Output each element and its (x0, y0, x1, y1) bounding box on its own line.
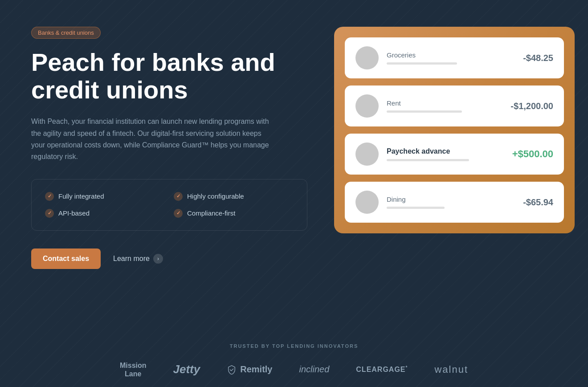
check-icon-2 (174, 192, 183, 201)
feature-item-2: Highly configurable (174, 192, 294, 201)
tx-amount-groceries: -$48.25 (523, 53, 553, 63)
features-box: Fully integrated Highly configurable API… (31, 179, 307, 231)
logo-inclined: inclined (299, 364, 329, 375)
learn-more-link[interactable]: Learn more › (113, 254, 163, 264)
contact-sales-button[interactable]: Contact sales (31, 248, 101, 269)
feature-label-2: Highly configurable (187, 192, 244, 200)
card-panel: Groceries -$48.25 Rent -$1,200.00 Payche… (334, 27, 575, 233)
feature-item-4: Compliance-first (174, 209, 294, 218)
tx-info-groceries: Groceries (387, 51, 515, 65)
hero-description: With Peach, your financial institution c… (31, 116, 272, 163)
tx-amount-dining: -$65.94 (523, 197, 553, 208)
tx-bar-paycheck (387, 159, 469, 161)
transaction-card-rent: Rent -$1,200.00 (345, 86, 564, 126)
transaction-card-dining: Dining -$65.94 (345, 182, 564, 223)
trusted-label: Trusted by top lending innovators (230, 343, 358, 349)
tx-avatar-dining (355, 191, 379, 214)
check-icon-1 (45, 192, 54, 201)
left-column: Banks & credit unions Peach for banks an… (31, 27, 307, 269)
tx-avatar-paycheck (355, 143, 379, 166)
tx-info-paycheck: Paycheck advance (387, 147, 504, 161)
logos-row: MissionLane Jetty Remitly inclined CLEAR… (120, 361, 468, 378)
tx-info-rent: Rent (387, 99, 502, 113)
logo-mission-lane: MissionLane (120, 361, 147, 378)
page-wrapper: Banks & credit unions Peach for banks an… (0, 0, 588, 387)
hero-title: Peach for banks and credit unions (31, 49, 307, 103)
tx-name-rent: Rent (387, 99, 502, 107)
logo-jetty: Jetty (173, 363, 200, 376)
learn-more-arrow-icon: › (153, 254, 163, 264)
trusted-section: Trusted by top lending innovators Missio… (0, 343, 588, 378)
feature-label-4: Compliance-first (187, 209, 235, 217)
remitly-shield-icon (227, 365, 237, 375)
tx-name-groceries: Groceries (387, 51, 515, 59)
tx-amount-rent: -$1,200.00 (510, 101, 553, 111)
cta-row: Contact sales Learn more › (31, 248, 307, 269)
feature-label-3: API-based (58, 209, 90, 217)
logo-walnut: walnut (434, 364, 468, 375)
tx-info-dining: Dining (387, 196, 515, 209)
tx-avatar-rent (355, 94, 379, 118)
feature-item-3: API-based (45, 209, 165, 218)
logo-cleargage: CLEARGAGE* (356, 365, 408, 374)
feature-item-1: Fully integrated (45, 192, 165, 201)
check-icon-4 (174, 209, 183, 218)
transaction-card-paycheck: Paycheck advance +$500.00 (345, 134, 564, 175)
tx-bar-dining (387, 207, 445, 209)
tx-name-dining: Dining (387, 196, 515, 203)
check-icon-3 (45, 209, 54, 218)
tag-badge: Banks & credit unions (31, 27, 101, 39)
tx-bar-rent (387, 110, 462, 113)
right-column: Groceries -$48.25 Rent -$1,200.00 Payche… (334, 27, 575, 233)
logo-remitly: Remitly (227, 364, 272, 375)
transaction-card-groceries: Groceries -$48.25 (345, 37, 564, 78)
tx-bar-groceries (387, 62, 457, 65)
tx-amount-paycheck: +$500.00 (512, 148, 553, 160)
tx-name-paycheck: Paycheck advance (387, 147, 504, 155)
tx-avatar-groceries (355, 46, 379, 69)
learn-more-text: Learn more (113, 255, 150, 263)
remitly-text: Remitly (240, 364, 272, 375)
feature-label-1: Fully integrated (58, 192, 104, 200)
